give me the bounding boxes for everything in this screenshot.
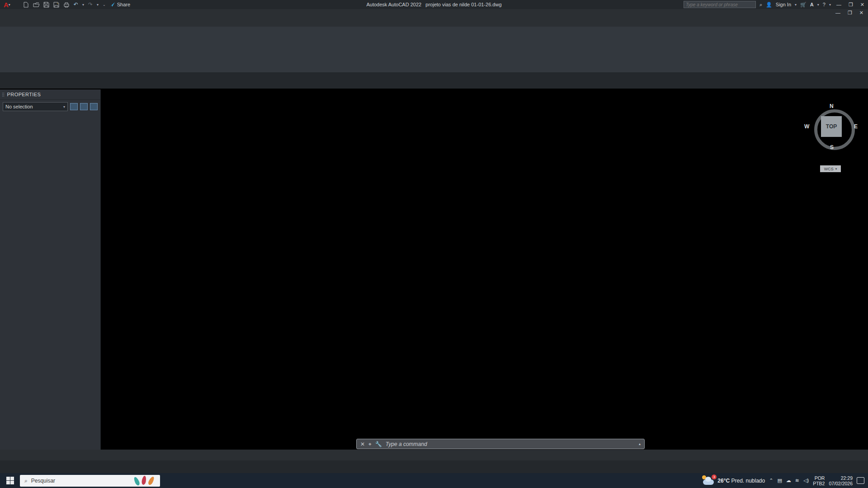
toggle-pickadd-icon[interactable] bbox=[70, 103, 78, 110]
volume-icon[interactable]: ◁) bbox=[803, 478, 809, 483]
redo-caret-icon[interactable]: ▾ bbox=[97, 3, 99, 7]
open-file-icon[interactable] bbox=[33, 2, 39, 8]
share-button[interactable]: Share bbox=[109, 2, 130, 7]
autocad-logo-icon[interactable]: A bbox=[4, 1, 9, 9]
properties-palette: ⣿ PROPERTIES No selection▾ bbox=[0, 89, 101, 450]
help-caret-icon[interactable]: ▾ bbox=[829, 3, 831, 7]
language-indicator[interactable]: PORPTB2 bbox=[813, 475, 825, 486]
undo-caret-icon[interactable]: ▾ bbox=[82, 3, 84, 7]
windows-taskbar: ⌕ Pesquisar 3 26°C Pred. nublado ⌃ ▤ ☁ ≋… bbox=[0, 473, 868, 488]
qat-customize-caret-icon[interactable]: ⌄ bbox=[103, 3, 106, 7]
select-objects-icon[interactable] bbox=[80, 103, 88, 110]
infocenter-search-input[interactable] bbox=[684, 1, 756, 8]
command-close-icon[interactable]: ✕ bbox=[360, 441, 365, 447]
status-bar bbox=[0, 460, 868, 473]
close-button[interactable]: ✕ bbox=[859, 2, 866, 8]
wcs-dropdown[interactable]: WCS▾ bbox=[820, 165, 841, 172]
command-locate-icon[interactable]: ⌖ bbox=[368, 441, 372, 447]
windows-logo-icon bbox=[6, 477, 14, 484]
doc-restore-button[interactable]: ❐ bbox=[846, 10, 854, 16]
quick-access-toolbar: ↶▾ ↷▾ ⌄ bbox=[23, 1, 106, 8]
doc-window-controls: — ❐ ✕ bbox=[834, 10, 865, 16]
wifi-icon[interactable]: ≋ bbox=[795, 478, 799, 483]
user-icon: 👤 bbox=[766, 2, 772, 8]
weather-icon: 3 bbox=[703, 477, 715, 485]
search-icon: ⌕ bbox=[24, 478, 28, 484]
pathway-drawing[interactable] bbox=[100, 89, 868, 450]
doc-close-button[interactable]: ✕ bbox=[858, 10, 865, 16]
new-file-icon[interactable] bbox=[23, 2, 29, 8]
layout-tab-bar bbox=[0, 450, 868, 460]
doc-minimize-button[interactable]: — bbox=[834, 10, 842, 16]
save-icon[interactable] bbox=[43, 2, 49, 8]
drawing-canvas[interactable]: TOP N W E S WCS▾ ✕ ⌖ 🔧 Type a command ▴ bbox=[100, 89, 868, 450]
app-menu-caret-icon[interactable]: ▾ bbox=[9, 3, 10, 7]
start-button[interactable] bbox=[0, 473, 20, 488]
tray-expand-icon[interactable]: ⌃ bbox=[769, 478, 773, 483]
a-caret-icon[interactable]: ▾ bbox=[817, 3, 819, 7]
sign-in-button[interactable]: Sign In bbox=[776, 2, 791, 7]
viewcube-west[interactable]: W bbox=[804, 123, 809, 130]
search-icon[interactable]: ⌕ bbox=[760, 2, 762, 8]
command-wrench-icon[interactable]: 🔧 bbox=[375, 441, 382, 447]
app-store-icon[interactable]: 🛒 bbox=[800, 2, 807, 8]
viewcube-north[interactable]: N bbox=[830, 103, 834, 109]
command-input[interactable]: Type a command bbox=[386, 441, 427, 447]
clock[interactable]: 22:2907/02/2026 bbox=[829, 475, 853, 486]
ribbon bbox=[0, 27, 868, 72]
viewcube-south[interactable]: S bbox=[830, 144, 834, 150]
palette-title: PROPERTIES bbox=[7, 92, 41, 97]
taskbar-search[interactable]: ⌕ Pesquisar bbox=[20, 475, 160, 487]
ribbon-tab-bar bbox=[0, 18, 868, 27]
help-icon[interactable]: ? bbox=[823, 2, 826, 7]
device-icon[interactable]: ▤ bbox=[777, 478, 782, 483]
action-center-icon[interactable] bbox=[857, 477, 864, 484]
quick-select-icon[interactable] bbox=[90, 103, 98, 110]
file-tab-bar bbox=[0, 72, 868, 89]
weather-widget[interactable]: 3 26°C Pred. nublado bbox=[703, 477, 765, 485]
undo-icon[interactable]: ↶ bbox=[74, 1, 78, 8]
viewcube-east[interactable]: E bbox=[854, 123, 858, 130]
minimize-button[interactable]: — bbox=[835, 2, 843, 7]
share-icon bbox=[109, 2, 115, 7]
onedrive-icon[interactable]: ☁ bbox=[786, 478, 791, 483]
autocad-window: A ▾ ↶▾ ↷▾ ⌄ Share Autodesk AutoCAD 2022 … bbox=[0, 0, 868, 488]
sign-in-caret-icon[interactable]: ▾ bbox=[795, 3, 797, 7]
command-line[interactable]: ✕ ⌖ 🔧 Type a command ▴ bbox=[356, 439, 645, 449]
selection-dropdown[interactable]: No selection▾ bbox=[3, 102, 68, 111]
bing-daily-image bbox=[134, 476, 157, 486]
palette-grip-icon[interactable]: ⣿ bbox=[2, 92, 5, 97]
save-as-icon[interactable] bbox=[53, 2, 59, 8]
notification-badge: 3 bbox=[712, 474, 717, 479]
command-history-caret-icon[interactable]: ▴ bbox=[639, 442, 641, 446]
title-bar: A ▾ ↶▾ ↷▾ ⌄ Share Autodesk AutoCAD 2022 … bbox=[0, 0, 868, 9]
system-tray: 3 26°C Pred. nublado ⌃ ▤ ☁ ≋ ◁) PORPTB2 … bbox=[703, 473, 868, 488]
menu-bar bbox=[0, 9, 868, 18]
restore-button[interactable]: ❐ bbox=[847, 2, 855, 8]
plot-icon[interactable] bbox=[63, 2, 70, 8]
viewcube[interactable]: TOP N W E S bbox=[811, 106, 852, 147]
viewcube-top-face[interactable]: TOP bbox=[821, 116, 842, 137]
redo-icon[interactable]: ↷ bbox=[88, 1, 93, 8]
autodesk-a-icon[interactable]: A bbox=[810, 2, 814, 7]
